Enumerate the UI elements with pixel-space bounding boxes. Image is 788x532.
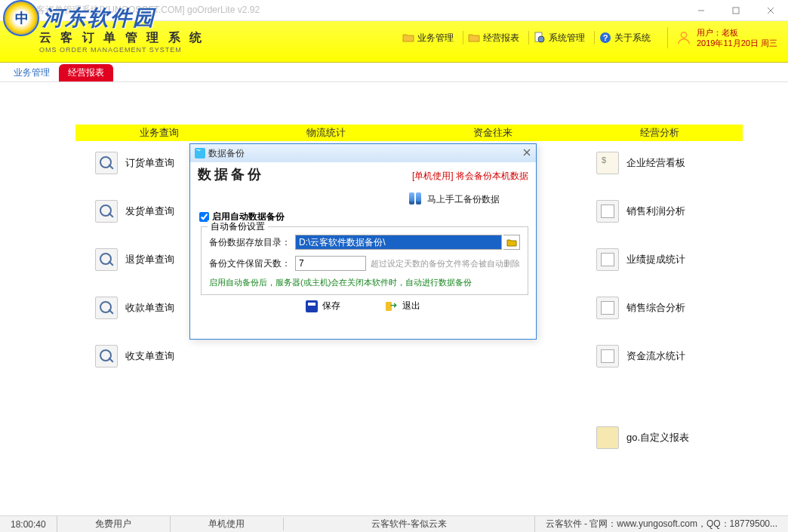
dialog-icon: [195, 148, 205, 158]
item-label: 资金流水统计: [626, 349, 685, 363]
manual-backup-button[interactable]: 马上手工备份数据: [409, 192, 536, 206]
exit-button[interactable]: 退出: [386, 300, 420, 312]
report-icon: [596, 152, 619, 174]
help-icon: ?: [599, 32, 611, 44]
item-order-query[interactable]: 订货单查询: [95, 152, 174, 174]
magnifier-icon: [95, 297, 118, 319]
user-block: 用户：老板 2019年11月20日 周三: [667, 27, 777, 48]
days-hint: 超过设定天数的备份文件将会被自动删除: [371, 258, 520, 269]
category-header: 经营分析: [576, 125, 743, 141]
item-label: 销售利润分析: [626, 204, 685, 218]
close-button[interactable]: [753, 0, 788, 21]
item-receipt-query[interactable]: 收款单查询: [95, 297, 174, 319]
app-title-en: OMS ORDER MANAGEMENT SYSTEM: [39, 46, 205, 54]
dialog-title: 数据备份: [208, 147, 245, 160]
save-label: 保存: [322, 300, 340, 312]
item-funds[interactable]: 资金流水统计: [596, 345, 689, 367]
auto-backup-fieldset: 自动备份设置 备份数据存放目录： 备份文件保留天数： 超过设定天数的备份文件将会…: [201, 226, 528, 295]
report-icon: [596, 297, 619, 319]
gear-doc-icon: [534, 32, 546, 44]
status-right: 云客软件 - 官网：www.yungosoft.com，QQ：18779500.…: [534, 516, 788, 532]
item-label: 收支单查询: [125, 349, 174, 363]
date-label: 2019年11月20日 周三: [697, 38, 777, 48]
item-io-query[interactable]: 收支单查询: [95, 345, 174, 367]
backup-dialog: 数据备份 数据备份 [单机使用] 将会备份本机数据 马上手工备份数据 启用自动数…: [189, 143, 537, 340]
folder-icon: [402, 32, 414, 44]
item-sales[interactable]: 销售综合分析: [596, 297, 689, 319]
category-header: 资金往来: [409, 125, 576, 141]
status-center: 云客软件-客似云来: [283, 518, 534, 530]
tab-reports[interactable]: 经营报表: [59, 64, 113, 81]
magnifier-icon: [95, 248, 118, 271]
dialog-heading-note: [单机使用] 将会备份本机数据: [412, 170, 528, 183]
watermark-logo-text: 河东软件园: [42, 4, 155, 32]
item-dashboard[interactable]: 企业经营看板: [596, 152, 689, 174]
item-label: 发货单查询: [125, 204, 174, 218]
item-label: 退货单查询: [125, 253, 174, 266]
retain-days-input[interactable]: [295, 256, 366, 271]
category-row: 业务查询 物流统计 资金往来 经营分析: [75, 125, 743, 141]
item-label: 销售综合分析: [626, 301, 685, 315]
path-label: 备份数据存放目录：: [209, 236, 294, 249]
magnifier-icon: [95, 152, 118, 174]
svg-point-5: [538, 36, 544, 42]
menu-label: 业务管理: [417, 32, 454, 45]
custom-report-icon: [596, 426, 619, 449]
menu-label: 关于系统: [614, 32, 651, 45]
status-user-type: 免费用户: [57, 516, 170, 532]
browse-button[interactable]: [503, 235, 520, 250]
item-label: go.自定义报表: [626, 431, 689, 444]
save-icon: [306, 300, 318, 312]
folder-icon: [468, 32, 480, 44]
person-icon: [676, 29, 692, 46]
exit-icon: [386, 300, 398, 312]
svg-rect-1: [733, 8, 739, 14]
header-menu: 业务管理 经营报表 系统管理 ? 关于系统 用户：老板 2019年11月20日 …: [398, 27, 777, 48]
tab-business[interactable]: 业务管理: [5, 64, 59, 81]
database-icon: [409, 192, 423, 206]
svg-point-8: [681, 32, 686, 38]
item-label: 收款单查询: [125, 301, 174, 315]
fieldset-legend: 自动备份设置: [208, 220, 268, 233]
status-bar: 18:00:40 免费用户 单机使用 云客软件-客似云来 云客软件 - 官网：w…: [0, 515, 788, 532]
auto-backup-note: 启用自动备份后，服务器(或主机)会在关闭本软件时，自动进行数据备份: [209, 277, 520, 288]
menu-business[interactable]: 业务管理: [398, 31, 458, 45]
menu-reports[interactable]: 经营报表: [463, 31, 524, 45]
backup-path-input[interactable]: [295, 235, 502, 250]
category-header: 业务查询: [75, 125, 242, 141]
status-mode: 单机使用: [170, 516, 283, 532]
menu-label: 经营报表: [483, 32, 519, 45]
item-profit[interactable]: 销售利润分析: [596, 200, 689, 223]
tab-strip: 业务管理 经营报表: [0, 63, 788, 82]
column-analysis: 企业经营看板 销售利润分析 业绩提成统计 销售综合分析 资金流水统计 go.自定…: [596, 152, 689, 449]
item-return-query[interactable]: 退货单查询: [95, 248, 174, 271]
item-custom-report[interactable]: go.自定义报表: [596, 426, 689, 449]
watermark-logo: 河东软件园: [3, 0, 155, 36]
menu-label: 系统管理: [549, 32, 585, 45]
maximize-button[interactable]: [719, 0, 753, 21]
save-button[interactable]: 保存: [306, 300, 340, 312]
dialog-actions: 保存 退出: [190, 300, 536, 312]
magnifier-icon: [95, 345, 118, 367]
status-time: 18:00:40: [0, 516, 57, 532]
report-icon: [596, 200, 619, 223]
item-label: 订货单查询: [125, 156, 174, 170]
report-icon: [596, 345, 619, 367]
item-commission[interactable]: 业绩提成统计: [596, 248, 689, 271]
magnifier-icon: [95, 200, 118, 223]
menu-about[interactable]: ? 关于系统: [594, 31, 655, 45]
column-business-query: 订货单查询 发货单查询 退货单查询 收款单查询 收支单查询: [95, 152, 174, 367]
dialog-titlebar[interactable]: 数据备份: [190, 144, 536, 162]
menu-system[interactable]: 系统管理: [528, 31, 589, 45]
item-label: 业绩提成统计: [626, 253, 685, 266]
category-header: 物流统计: [242, 125, 409, 141]
item-ship-query[interactable]: 发货单查询: [95, 200, 174, 223]
manual-backup-label: 马上手工备份数据: [427, 193, 500, 206]
minimize-button[interactable]: [684, 0, 719, 21]
dialog-close-button[interactable]: [522, 148, 531, 159]
report-icon: [596, 248, 619, 271]
dialog-heading: 数据备份: [198, 165, 264, 183]
item-label: 企业经营看板: [626, 156, 685, 170]
exit-label: 退出: [402, 300, 420, 312]
window-controls: [684, 0, 788, 21]
